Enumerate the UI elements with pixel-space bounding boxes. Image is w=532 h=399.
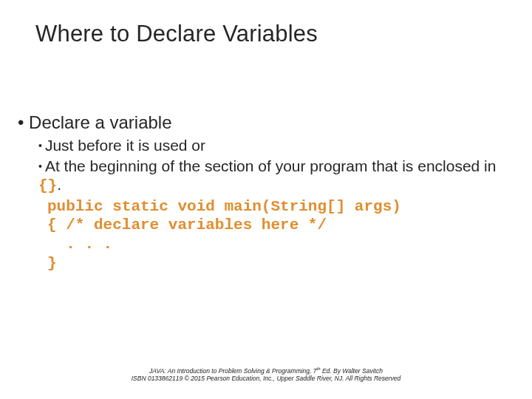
bullet-level2-a: •Just before it is used or <box>38 136 514 155</box>
bullet-dot-icon: • <box>38 140 45 151</box>
slide-title: Where to Declare Variables <box>35 21 318 47</box>
code-line-3: . . . <box>47 236 112 253</box>
code-block: public static void main(String[] args) {… <box>47 197 514 273</box>
footer-line-1b: Ed. By Walter Savitch <box>321 367 383 375</box>
slide: Where to Declare Variables Declare a var… <box>0 0 532 399</box>
code-line-1: public static void main(String[] args) <box>47 198 401 215</box>
bullet-level2-a-text: Just before it is used or <box>45 137 205 154</box>
bullet-level2-b-post: . <box>57 176 61 193</box>
slide-footer: JAVA: An Introduction to Problem Solving… <box>0 366 532 383</box>
code-line-2: { /* declare variables here */ <box>47 216 327 233</box>
slide-body: Declare a variable •Just before it is us… <box>18 112 514 273</box>
bullet-level1: Declare a variable <box>18 112 514 133</box>
footer-line-1: JAVA: An Introduction to Problem Solving… <box>0 366 532 375</box>
footer-line-1a: JAVA: An Introduction to Problem Solving… <box>149 367 316 375</box>
footer-line-2: ISBN 0133862119 © 2015 Pearson Education… <box>0 375 532 383</box>
bullet-level2-b-pre: At the beginning of the section of your … <box>45 157 497 174</box>
code-line-4: } <box>47 255 57 272</box>
bullet-dot-icon: • <box>38 160 45 172</box>
bullet-level2-b: •At the beginning of the section of your… <box>38 157 514 196</box>
code-inline-braces: {} <box>38 177 57 194</box>
